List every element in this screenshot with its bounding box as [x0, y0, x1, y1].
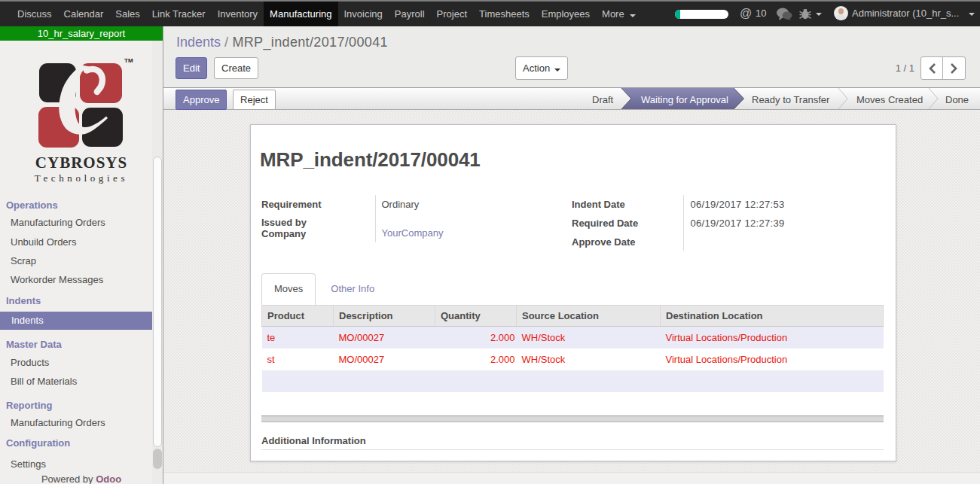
svg-text:Ready to Transfer: Ready to Transfer — [752, 94, 830, 105]
svg-text:Done: Done — [945, 94, 969, 105]
svg-text:Moves Created: Moves Created — [856, 94, 923, 105]
svg-text:Draft: Draft — [592, 94, 614, 105]
svg-text:Waiting for Approval: Waiting for Approval — [641, 94, 728, 105]
